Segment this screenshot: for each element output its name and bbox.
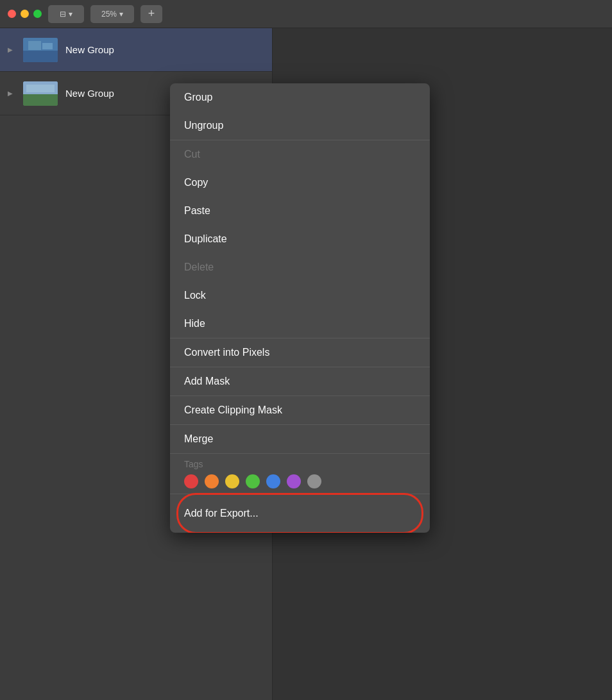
maximize-button[interactable]: [33, 10, 42, 18]
svg-rect-5: [23, 94, 58, 106]
add-button[interactable]: +: [140, 5, 162, 23]
zoom-label: 25%: [101, 10, 117, 19]
tag-orange[interactable]: [205, 474, 219, 488]
menu-item-group[interactable]: Group: [170, 83, 430, 112]
zoom-chevron: ▾: [119, 10, 123, 19]
menu-item-copy[interactable]: Copy: [170, 169, 430, 197]
svg-rect-6: [26, 85, 55, 92]
tag-red[interactable]: [184, 474, 198, 488]
menu-item-hide[interactable]: Hide: [170, 310, 430, 338]
menu-item-ungroup[interactable]: Ungroup: [170, 112, 430, 140]
menu-item-duplicate[interactable]: Duplicate: [170, 225, 430, 253]
menu-item-export[interactable]: Add for Export...: [170, 499, 430, 528]
layer-arrow-1: ▶: [8, 46, 15, 53]
menu-item-clipping-mask[interactable]: Create Clipping Mask: [170, 396, 430, 424]
layer-thumb-img-1: [23, 38, 58, 62]
menu-section-merge: Merge: [170, 425, 430, 454]
tag-purple[interactable]: [287, 474, 301, 488]
traffic-lights: [8, 10, 42, 18]
menu-item-cut: Cut: [170, 140, 430, 169]
layout-icon: ⊟: [60, 10, 66, 19]
menu-item-paste[interactable]: Paste: [170, 197, 430, 225]
add-icon: +: [148, 7, 155, 21]
menu-item-lock[interactable]: Lock: [170, 281, 430, 310]
menu-section-convert: Convert into Pixels: [170, 338, 430, 367]
menu-item-delete: Delete: [170, 253, 430, 281]
layout-chevron: ▾: [69, 10, 72, 19]
layer-label-1: New Group: [65, 44, 114, 55]
minimize-button[interactable]: [21, 10, 29, 18]
menu-section-edit: Cut Copy Paste Duplicate Delete Lock Hid…: [170, 140, 430, 338]
title-bar: ⊟ ▾ 25% ▾ +: [0, 0, 612, 28]
tag-blue[interactable]: [266, 474, 280, 488]
layer-thumb-2: [23, 81, 58, 106]
menu-section-clipping: Create Clipping Mask: [170, 396, 430, 425]
tags-row: [184, 474, 416, 488]
tag-gray[interactable]: [307, 474, 321, 488]
layer-item-1[interactable]: ▶ New Group: [0, 28, 272, 72]
layer-thumb-1: [23, 38, 58, 62]
menu-item-add-mask[interactable]: Add Mask: [170, 367, 430, 396]
menu-item-convert[interactable]: Convert into Pixels: [170, 338, 430, 367]
export-wrapper: Add for Export...: [170, 494, 430, 533]
svg-rect-3: [42, 43, 53, 49]
menu-section-mask: Add Mask: [170, 367, 430, 396]
context-menu: Group Ungroup Cut Copy Paste Duplicate D…: [170, 83, 430, 533]
layer-label-2: New Group: [65, 88, 114, 99]
layer-thumb-img-2: [23, 81, 58, 106]
svg-rect-1: [23, 51, 58, 62]
menu-item-merge[interactable]: Merge: [170, 425, 430, 453]
close-button[interactable]: [8, 10, 16, 18]
svg-rect-2: [28, 41, 41, 50]
tags-label: Tags: [184, 459, 416, 469]
tag-yellow[interactable]: [225, 474, 239, 488]
menu-section-group: Group Ungroup: [170, 83, 430, 140]
layout-button[interactable]: ⊟ ▾: [48, 5, 84, 23]
layer-arrow-2: ▶: [8, 90, 15, 97]
zoom-button[interactable]: 25% ▾: [90, 5, 134, 23]
tags-section: Tags: [170, 454, 430, 494]
tag-green[interactable]: [246, 474, 260, 488]
